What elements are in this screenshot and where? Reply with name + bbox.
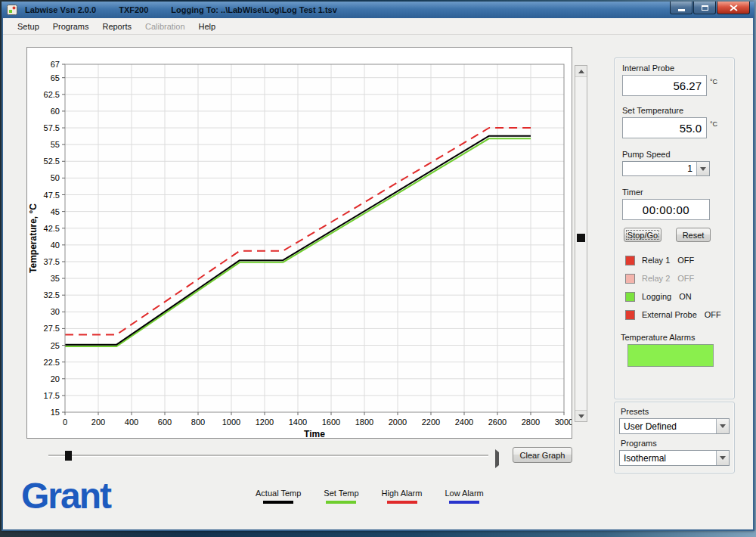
legend-set-temp: Set Temp	[324, 489, 358, 504]
programs-value: Isothermal	[620, 451, 716, 465]
logging-status: ON	[679, 292, 692, 301]
svg-text:52.5: 52.5	[44, 157, 60, 166]
svg-text:30: 30	[51, 307, 60, 316]
legend-label: High Alarm	[382, 489, 423, 498]
set-temperature-unit: °C	[710, 120, 717, 128]
vertical-scrollbar[interactable]	[575, 65, 587, 422]
y-axis-title: Temperature, °C	[28, 203, 39, 273]
svg-text:55: 55	[51, 140, 60, 149]
presets-groupbox: Presets User Defined Programs Isothermal	[614, 402, 735, 473]
legend-swatch	[387, 501, 417, 504]
svg-text:600: 600	[158, 417, 172, 427]
menu-setup[interactable]: Setup	[11, 20, 46, 33]
programs-label: Programs	[621, 439, 657, 448]
controls-groupbox: Internal Probe 56.27 °C Set Temperature …	[614, 57, 735, 399]
svg-text:1000: 1000	[222, 417, 240, 427]
scroll-up-button[interactable]	[575, 66, 587, 77]
svg-text:50: 50	[51, 173, 60, 182]
scroll-down-button[interactable]	[575, 410, 587, 421]
presets-label: Presets	[621, 407, 649, 416]
chart-legend: Actual Temp Set Temp High Alarm Low Alar…	[256, 489, 484, 504]
external-probe-label: External Probe	[642, 310, 697, 319]
title-bar[interactable]: Labwise Vsn 2.0.0 TXF200 Logging To: ..\…	[2, 2, 754, 18]
stop-go-button[interactable]: Stop/Go	[624, 228, 662, 242]
svg-text:400: 400	[125, 417, 138, 427]
svg-text:17.5: 17.5	[44, 391, 60, 400]
clear-graph-button[interactable]: Clear Graph	[513, 447, 572, 463]
legend-low-alarm: Low Alarm	[445, 489, 483, 504]
programs-select[interactable]: Isothermal	[619, 450, 730, 466]
external-probe-indicator: External Probe OFF	[625, 309, 721, 320]
pump-speed-select[interactable]: 1	[622, 161, 710, 176]
legend-swatch	[263, 501, 293, 504]
svg-text:42.5: 42.5	[44, 224, 60, 233]
logging-path-title: Logging To: ..\LabWise\Log\Log Test 1.ts…	[171, 5, 336, 14]
window-title: Labwise Vsn 2.0.0	[25, 5, 96, 14]
svg-text:1200: 1200	[256, 417, 274, 427]
menu-help[interactable]: Help	[192, 20, 223, 33]
internal-probe-value: 56.27	[622, 75, 707, 96]
minimize-button[interactable]	[670, 2, 692, 14]
svg-text:62.5: 62.5	[44, 90, 60, 99]
svg-text:35: 35	[51, 274, 60, 283]
time-axis-slider[interactable]	[48, 449, 500, 461]
svg-text:1800: 1800	[355, 417, 373, 427]
svg-text:67: 67	[51, 60, 60, 69]
relay1-label: Relay 1	[642, 256, 670, 265]
legend-high-alarm: High Alarm	[382, 489, 423, 504]
reset-button[interactable]: Reset	[676, 228, 711, 242]
chevron-down-icon	[720, 456, 726, 460]
svg-text:2600: 2600	[488, 417, 507, 427]
internal-probe-unit: °C	[710, 78, 717, 85]
minimize-icon	[678, 9, 685, 11]
logging-label: Logging	[642, 292, 671, 301]
svg-text:60: 60	[51, 107, 60, 116]
app-icon	[7, 5, 17, 15]
temperature-chart: 1517.52022.52527.53032.53537.54042.54547…	[27, 48, 572, 438]
internal-probe-label: Internal Probe	[622, 64, 674, 73]
svg-text:2400: 2400	[455, 417, 473, 427]
relay2-indicator: Relay 2 OFF	[625, 273, 721, 284]
legend-label: Actual Temp	[256, 489, 301, 498]
arrow-right-icon[interactable]	[495, 452, 499, 466]
pump-speed-label: Pump Speed	[622, 150, 671, 159]
plot-area	[65, 64, 564, 412]
relay2-label: Relay 2	[642, 274, 670, 283]
svg-text:800: 800	[191, 417, 205, 427]
maximize-button[interactable]	[693, 2, 716, 14]
app-window: Labwise Vsn 2.0.0 TXF200 Logging To: ..\…	[2, 2, 754, 531]
device-model-title: TXF200	[119, 5, 148, 14]
arrow-up-icon	[578, 70, 584, 73]
set-temperature-input[interactable]: 55.0	[622, 117, 707, 138]
close-button[interactable]	[717, 2, 750, 14]
pump-speed-dropdown-button[interactable]	[696, 162, 709, 175]
close-icon	[730, 5, 738, 11]
set-temperature-label: Set Temperature	[622, 106, 683, 115]
svg-text:2800: 2800	[522, 417, 540, 427]
svg-text:25: 25	[51, 341, 60, 350]
programs-dropdown-button[interactable]	[716, 451, 729, 465]
timer-label: Timer	[622, 188, 643, 197]
chevron-down-icon	[720, 424, 726, 428]
svg-text:1400: 1400	[289, 417, 307, 427]
relay2-led-icon	[625, 274, 635, 284]
relay1-indicator: Relay 1 OFF	[625, 255, 721, 265]
svg-text:45: 45	[51, 207, 60, 216]
relay1-led-icon	[625, 256, 635, 265]
presets-select[interactable]: User Defined	[619, 418, 730, 434]
presets-dropdown-button[interactable]	[716, 419, 729, 433]
temperature-alarms-box	[627, 344, 714, 367]
menu-programs[interactable]: Programs	[46, 20, 96, 33]
svg-text:2200: 2200	[422, 417, 440, 427]
svg-text:0: 0	[63, 417, 67, 427]
vertical-scrollbar-thumb[interactable]	[577, 234, 585, 242]
svg-text:65: 65	[51, 73, 60, 82]
maximize-icon	[702, 5, 708, 11]
relay2-status: OFF	[677, 274, 694, 283]
external-probe-status: OFF	[705, 310, 721, 319]
svg-text:3000: 3000	[555, 417, 572, 427]
svg-text:15: 15	[51, 408, 60, 417]
arrow-down-icon	[578, 414, 584, 418]
slider-thumb[interactable]	[65, 451, 72, 461]
menu-reports[interactable]: Reports	[95, 20, 138, 33]
